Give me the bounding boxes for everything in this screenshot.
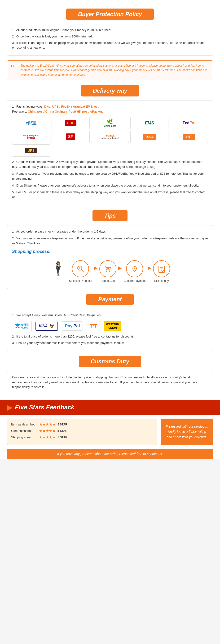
payment-title: Payment [86, 294, 134, 305]
stars-content: Item as described: ★★★★★ 5 STAR Commuica… [7, 418, 213, 445]
shipping-logos-grid: e邮宝 DHL 🌿 China post EMS FedEx. HongKong… [12, 117, 208, 157]
step-circle-2 [99, 260, 116, 277]
star-label-2: Commuication: [11, 429, 37, 432]
step-selected-products: Selected Products [69, 260, 92, 282]
customs-title: Customs Duty [79, 356, 141, 367]
shopping-process-title: Shopping process: [12, 249, 208, 254]
step-circle-3 [126, 260, 143, 277]
five-stars-header: ▶ Five Stars Feedback [0, 400, 220, 415]
logo-dhl: DHL [52, 117, 90, 129]
star-count-3: 5 STAR [57, 436, 67, 439]
tips-point-1: 1 . As you order, please check messages … [12, 229, 208, 234]
buyer-protection-header: Buyer Protection Policy [0, 8, 220, 20]
step-circle-4 [153, 260, 170, 277]
payment-header: Payment [0, 294, 220, 305]
payment-note1: 1 . We accept Alipay, Western Union, T/T… [12, 313, 208, 318]
step-confirm-payment: Confirm Payment [124, 260, 146, 282]
step-arrow-3: ▶ [148, 265, 151, 271]
delivery-note-4: 4 . Drop Shipping: Please offer your cus… [12, 183, 208, 188]
stars-1: ★★★★★ [39, 422, 56, 427]
stars-2: ★★★★★ [39, 428, 56, 433]
step-circle-1 [72, 260, 89, 277]
delivery-note-5: 5 . For EMS or post parcel: if there is … [12, 190, 208, 200]
svg-line-1 [81, 270, 84, 272]
ps-label: PS: [11, 64, 18, 77]
stars-3: ★★★★★ [39, 435, 56, 440]
delivery-header: Delivery way [0, 85, 220, 96]
stars-right-text: If satisfied with our products, kindly l… [165, 424, 209, 440]
step-label-1: Selected Products [69, 279, 92, 282]
step-label-4: Click to buy [154, 279, 169, 282]
person-icon: 🕴 [50, 262, 66, 276]
step-label-3: Confirm Payment [124, 279, 146, 282]
logo-visa: VISA 🦅 [35, 322, 58, 331]
star-row-2: Commuication: ★★★★★ 5 STAR [11, 428, 153, 433]
logo-alipay: 支 支付宝 ALIPAY [12, 321, 32, 331]
logo-fedex: FedEx. [170, 117, 208, 129]
star-label-3: Shipping speed: [11, 436, 37, 439]
delivery-note-3: 3 . Remote Address: If your receiving ad… [12, 171, 208, 181]
five-stars-title: Five Stars Feedback [15, 404, 74, 411]
payment-box: 1 . We accept Alipay, Western Union, T/T… [7, 309, 213, 351]
customs-text: Customs Taxes and charges are not includ… [12, 375, 208, 390]
logo-hkpost: HongKong Post香港邮政 [12, 130, 50, 143]
logo-toll: TOLL [130, 130, 168, 143]
protection-point-1: 1 . All our products is 100% original. I… [12, 28, 208, 33]
tips-point-2: 2 . Your money is secure in aliexpress a… [12, 236, 208, 246]
star-label-1: Item as described: [11, 422, 37, 426]
payment-logos: 支 支付宝 ALIPAY VISA 🦅 PayPal T/T WESTERNUN… [12, 321, 208, 331]
tips-title: Tips [93, 210, 128, 222]
logo-chinapost: 🌿 China post [91, 117, 129, 129]
star-row-3: Shipping speed: ★★★★★ 5 STAR [11, 435, 153, 440]
logo-western-union: WESTERNUNION [104, 321, 121, 331]
ps-text: The delivery to Brazil/South Africa may … [21, 64, 209, 77]
contact-bar: If you have any problems about the order… [7, 449, 213, 459]
customs-box: Customs Taxes and charges are not includ… [7, 371, 213, 395]
fast-shipping-text: 1 . Fast shipping ways: DHL/ UPS / FedEx… [12, 104, 208, 114]
logo-epacket: e邮宝 [12, 117, 50, 129]
protection-point-3: 3 . If parcel is damaged on the shipping… [12, 40, 208, 50]
payment-note3: 3 . Ensure your payment address is corre… [12, 340, 208, 346]
logo-sf: SF [52, 130, 90, 143]
star-row-1: Item as described: ★★★★★ 5 STAR [11, 422, 153, 427]
logo-ups: UPS [12, 144, 50, 157]
tips-box: 1 . As you order, please check messages … [7, 225, 213, 289]
protection-point-2: 2 . Once the package is lost, your money… [12, 34, 208, 39]
step-arrow-2: ▶ [118, 265, 122, 271]
delivery-title: Delivery way [81, 85, 139, 96]
delivery-box: 1 . Fast shipping ways: DHL/ UPS / FedEx… [7, 100, 213, 205]
buyer-protection-box: 1 . All our products is 100% original. I… [7, 24, 213, 56]
page-wrapper: Buyer Protection Policy 1 . All our prod… [0, 0, 220, 459]
step-click-to-buy: Click to buy [153, 260, 170, 282]
buyer-protection-title: Buyer Protection Policy [66, 8, 154, 20]
svg-rect-9 [159, 266, 164, 272]
step-label-2: Add to Cart [101, 279, 115, 282]
customs-header: Customs Duty [0, 356, 220, 367]
svg-point-4 [106, 271, 107, 272]
delivery-note-2: 2 . Goods will be sent out within 2-5 wo… [12, 160, 208, 170]
svg-point-5 [109, 271, 110, 272]
logo-aramex: aramex delivery unlimited [91, 130, 129, 143]
tips-header: Tips [0, 210, 220, 222]
arrow-icon: ▶ [7, 403, 12, 412]
step-add-to-cart: Add to Cart [99, 260, 116, 282]
logo-paypal: PayPal [62, 322, 83, 331]
process-steps: 🕴 Selected Products ▶ [12, 258, 208, 285]
logo-ems: EMS [130, 117, 168, 129]
payment-note2: 2 . If the total price of order is more … [12, 334, 208, 339]
stars-left-box: Item as described: ★★★★★ 5 STAR Commuica… [7, 418, 157, 445]
star-count-2: 5 STAR [57, 429, 67, 432]
ps-box: PS: The delivery to Brazil/South Africa … [7, 60, 213, 80]
shopping-process: Shopping process: 🕴 [12, 249, 208, 285]
logo-tnt: TNT [170, 130, 208, 143]
logo-tt: T/T [87, 321, 100, 331]
star-count-1: 5 STAR [57, 423, 67, 426]
stars-right-box: If satisfied with our products, kindly l… [161, 418, 213, 445]
step-arrow-1: ▶ [94, 265, 98, 271]
svg-point-8 [134, 268, 135, 269]
